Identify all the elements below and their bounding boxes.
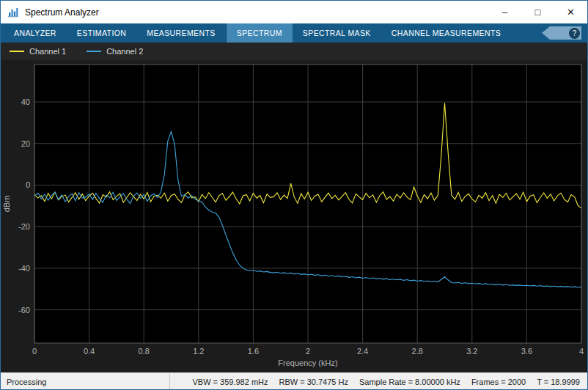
- y-tick-label: -40: [18, 264, 30, 273]
- tab-measurements[interactable]: MEASUREMENTS: [136, 23, 225, 43]
- maximize-button[interactable]: □: [521, 1, 554, 23]
- x-axis-label: Frequency (kHz): [278, 358, 337, 367]
- status-metric: T = 18.9999: [537, 378, 580, 386]
- x-tick-label: 4: [579, 347, 584, 356]
- toolstrip-collapse-tag[interactable]: ?: [542, 26, 581, 40]
- x-tick-label: 1.6: [248, 347, 259, 356]
- y-tick-label: -60: [18, 306, 30, 314]
- toolstrip-tab-bar: ANALYZERESTIMATIONMEASUREMENTSSPECTRUMSP…: [1, 23, 587, 43]
- x-tick-label: 0: [32, 347, 37, 356]
- x-tick-label: 0.8: [139, 347, 150, 356]
- x-tick-label: 2.4: [357, 347, 368, 356]
- status-metric: Sample Rate = 8.00000 kHz: [359, 378, 460, 386]
- status-metric: VBW = 359.982 mHz: [192, 378, 268, 386]
- legend-line-swatch: [10, 51, 24, 52]
- tab-analyzer[interactable]: ANALYZER: [4, 23, 67, 43]
- y-tick-label: -20: [18, 222, 30, 231]
- x-tick-label: 0.4: [84, 347, 95, 356]
- status-bar: Processing VBW = 359.982 mHzRBW = 30.747…: [1, 372, 587, 390]
- legend-label: Channel 1: [29, 47, 66, 56]
- spectrum-analyzer-window: Spectrum Analyzer – □ ✕ ANALYZERESTIMATI…: [0, 0, 588, 390]
- tab-spectral-mask[interactable]: SPECTRAL MASK: [293, 23, 381, 43]
- legend-label: Channel 2: [106, 47, 143, 56]
- x-tick-label: 2.8: [412, 347, 423, 356]
- help-area: ?: [542, 23, 587, 43]
- y-axis-label: dBm: [2, 196, 11, 213]
- tab-estimation[interactable]: ESTIMATION: [67, 23, 136, 43]
- y-tick-label: 40: [21, 98, 30, 106]
- x-tick-label: 1.2: [193, 347, 204, 356]
- window-controls: – □ ✕: [488, 1, 587, 23]
- app-icon: [7, 7, 19, 18]
- window-title: Spectrum Analyzer: [25, 7, 99, 18]
- legend-item-channel-2[interactable]: Channel 2: [87, 47, 143, 56]
- close-button[interactable]: ✕: [554, 1, 587, 23]
- legend-line-swatch: [87, 51, 101, 52]
- y-tick-label: 20: [21, 139, 30, 148]
- title-bar[interactable]: Spectrum Analyzer – □ ✕: [1, 1, 587, 23]
- status-metric: Frames = 2000: [471, 378, 526, 386]
- legend-item-channel-1[interactable]: Channel 1: [10, 47, 66, 56]
- spectrum-plot[interactable]: 00.40.81.21.622.42.83.23.64-60-40-200204…: [1, 60, 587, 372]
- minimize-button[interactable]: –: [488, 1, 521, 23]
- legend: Channel 1Channel 2: [1, 43, 587, 60]
- spectrum-plot-canvas[interactable]: 00.40.81.21.622.42.83.23.64-60-40-200204…: [1, 60, 588, 372]
- x-tick-label: 3.2: [466, 347, 477, 356]
- help-label: ?: [573, 29, 577, 37]
- x-tick-label: 3.6: [521, 347, 532, 356]
- status-metric: RBW = 30.7475 Hz: [279, 378, 348, 386]
- scope-area: Channel 1Channel 2 00.40.81.21.622.42.83…: [1, 43, 587, 372]
- status-metrics: VBW = 359.982 mHzRBW = 30.7475 HzSample …: [192, 378, 587, 386]
- tab-channel-measurements[interactable]: CHANNEL MEASUREMENTS: [381, 23, 511, 43]
- x-tick-label: 2: [306, 347, 310, 356]
- help-icon[interactable]: ?: [569, 28, 580, 39]
- tab-spectrum[interactable]: SPECTRUM: [226, 23, 293, 43]
- y-tick-label: 0: [26, 180, 30, 189]
- status-message: Processing: [1, 373, 170, 390]
